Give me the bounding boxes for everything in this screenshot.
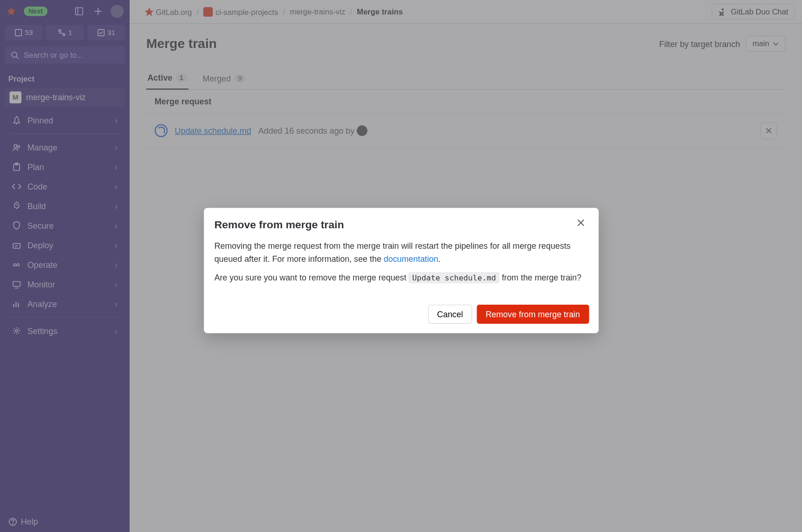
modal-body-p1: Removing the merge request from the merg… (214, 240, 588, 266)
modal-body-p2: Are you sure you want to remove the merg… (214, 272, 588, 285)
modal-close-button[interactable] (574, 218, 588, 232)
remove-confirm-button[interactable]: Remove from merge train (477, 305, 589, 324)
close-icon (576, 218, 585, 227)
documentation-link[interactable]: documentation (384, 254, 438, 263)
modal-overlay[interactable]: Remove from merge train Removing the mer… (0, 0, 802, 532)
modal-mr-name-code: Update schedule.md (408, 272, 499, 283)
cancel-button[interactable]: Cancel (428, 305, 472, 324)
modal-remove-from-train: Remove from merge train Removing the mer… (204, 208, 599, 333)
modal-title: Remove from merge train (214, 218, 344, 231)
